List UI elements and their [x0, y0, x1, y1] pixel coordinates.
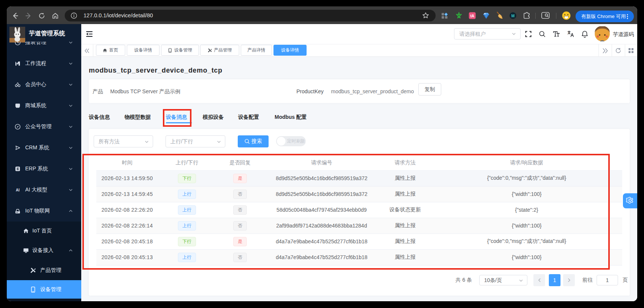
svg-text:M: M	[511, 14, 515, 18]
svg-text:tA: tA	[470, 14, 474, 18]
svg-text:AI: AI	[16, 188, 20, 192]
